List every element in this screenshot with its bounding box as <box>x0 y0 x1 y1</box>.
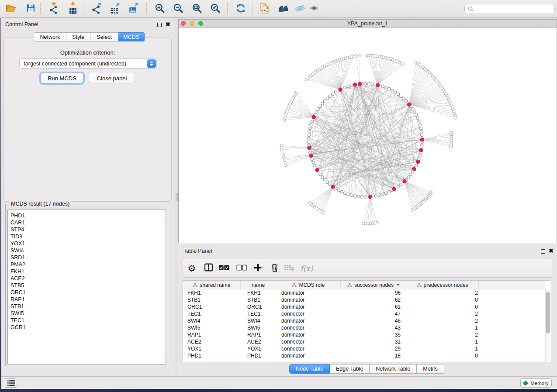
table-row[interactable]: ORC1ORC1dominator610 <box>183 303 545 310</box>
splitter-grip-icon[interactable] <box>176 193 178 201</box>
mcds-result-node[interactable]: GCR1 <box>8 324 166 331</box>
network-node[interactable] <box>350 84 353 87</box>
network-leaf-node[interactable] <box>308 202 311 205</box>
mcds-hub-node[interactable] <box>312 115 315 119</box>
network-node[interactable] <box>387 190 391 193</box>
network-node[interactable] <box>381 85 384 88</box>
network-window-titlebar[interactable]: YPA_prune.txt_1 <box>178 19 557 28</box>
tab-motifs[interactable]: Motifs <box>417 364 444 374</box>
memory-button[interactable]: Memory <box>520 378 552 388</box>
search-input[interactable] <box>474 6 554 12</box>
mcds-result-node[interactable]: STP4 <box>8 226 166 233</box>
tab-select[interactable]: Select <box>90 32 118 41</box>
network-node[interactable] <box>420 130 423 133</box>
network-node[interactable] <box>413 110 416 113</box>
unselect-all-button[interactable] <box>235 261 249 275</box>
zoom-fit-button[interactable] <box>189 1 205 17</box>
network-node[interactable] <box>313 164 316 167</box>
network-node[interactable] <box>308 141 311 144</box>
network-leaf-node[interactable] <box>362 222 365 225</box>
mcds-hub-node[interactable] <box>315 168 319 172</box>
column-header-predecessor-nodes[interactable]: predecessor nodes <box>406 281 479 289</box>
network-node[interactable] <box>411 108 414 111</box>
table-row[interactable]: SWI4SWI4dominator462 <box>183 317 545 324</box>
network-node[interactable] <box>367 83 370 86</box>
network-leaf-node[interactable] <box>295 91 298 94</box>
network-node[interactable] <box>397 93 400 96</box>
search-field[interactable] <box>464 4 555 14</box>
mcds-result-node[interactable]: PMA2 <box>8 261 166 268</box>
mcds-result-node[interactable]: TEC1 <box>8 317 166 324</box>
window-close-light-icon[interactable] <box>181 21 186 26</box>
mcds-hub-node[interactable] <box>353 83 356 86</box>
network-node[interactable] <box>371 83 374 86</box>
network-node[interactable] <box>323 178 326 181</box>
mcds-hub-node[interactable] <box>376 83 379 87</box>
column-header-successor-nodes[interactable]: successor nodes <box>341 281 406 289</box>
export-network-button[interactable] <box>89 1 104 17</box>
mcds-result-node[interactable]: SWI5 <box>8 310 166 317</box>
mcds-result-node[interactable]: PHD1 <box>8 212 166 219</box>
refresh-view-button[interactable] <box>233 1 249 17</box>
network-node[interactable] <box>340 190 343 193</box>
network-node[interactable] <box>420 144 423 147</box>
network-node[interactable] <box>319 105 322 108</box>
network-node[interactable] <box>402 97 405 100</box>
task-history-button[interactable] <box>5 378 17 388</box>
network-node[interactable] <box>394 91 397 94</box>
network-node[interactable] <box>343 192 346 195</box>
save-session-button[interactable] <box>23 1 38 17</box>
open-file-button[interactable] <box>3 1 19 17</box>
zoom-out-button[interactable] <box>170 1 186 17</box>
mcds-hub-node[interactable] <box>368 195 372 199</box>
network-node[interactable] <box>334 91 337 94</box>
optimization-criterion-select[interactable]: largest connected component (undirected) <box>19 58 157 69</box>
network-node[interactable] <box>378 194 381 197</box>
table-row[interactable]: TEC1TEC1connector472 <box>183 310 545 317</box>
show-columns-button[interactable] <box>201 261 215 275</box>
tab-mcds[interactable]: MCDS <box>118 32 145 41</box>
network-node[interactable] <box>321 102 324 105</box>
network-node[interactable] <box>405 100 408 103</box>
control-panel-float-icon[interactable] <box>157 23 162 27</box>
network-node[interactable] <box>360 196 363 199</box>
show-first-neighbors-button[interactable] <box>276 1 291 17</box>
zoom-in-button[interactable] <box>152 1 168 17</box>
network-leaf-node[interactable] <box>411 209 414 212</box>
network-node[interactable] <box>311 120 314 123</box>
network-leaf-node[interactable] <box>284 161 287 164</box>
show-all-button[interactable] <box>306 1 322 17</box>
mcds-result-node[interactable]: ACE2 <box>8 275 166 282</box>
network-node[interactable] <box>309 124 312 127</box>
mcds-result-node[interactable]: FKH1 <box>8 268 166 275</box>
panel-splitter[interactable] <box>175 18 178 376</box>
control-panel-close-icon[interactable]: ✖ <box>166 22 170 27</box>
network-node[interactable] <box>419 127 422 130</box>
mcds-result-node[interactable]: TID3 <box>8 233 166 240</box>
hide-selected-button[interactable] <box>292 1 308 17</box>
mcds-list-scrollbar[interactable] <box>161 210 166 364</box>
network-node[interactable] <box>400 183 403 186</box>
mcds-result-list[interactable]: PHD1CAR1STP4TID3YOX1SWI4SRD1PMA2FKH1ACE2… <box>7 210 166 364</box>
mcds-result-node[interactable]: ORC1 <box>8 289 166 296</box>
network-node[interactable] <box>337 189 340 192</box>
export-image-button[interactable] <box>126 1 142 17</box>
mcds-hub-node[interactable] <box>419 148 423 152</box>
import-network-button[interactable] <box>46 1 62 17</box>
zoom-selected-button[interactable] <box>208 1 223 17</box>
network-node[interactable] <box>308 151 311 154</box>
network-node[interactable] <box>326 97 329 100</box>
column-header-mcds-role[interactable]: MCDS role <box>276 281 341 289</box>
select-all-button[interactable] <box>217 261 231 275</box>
network-leaf-node[interactable] <box>355 55 358 58</box>
tab-network-table[interactable]: Network Table <box>370 364 417 374</box>
mcds-result-node[interactable]: STB5 <box>8 282 166 289</box>
mcds-hub-node[interactable] <box>416 160 419 163</box>
network-node[interactable] <box>387 87 391 90</box>
table-scrollbar[interactable] <box>545 289 551 362</box>
network-view-canvas[interactable] <box>178 28 557 243</box>
network-node[interactable] <box>409 173 412 176</box>
mcds-hub-node[interactable] <box>403 179 406 183</box>
close-panel-button[interactable]: Close panel <box>89 73 135 83</box>
table-panel-float-icon[interactable] <box>541 249 545 254</box>
